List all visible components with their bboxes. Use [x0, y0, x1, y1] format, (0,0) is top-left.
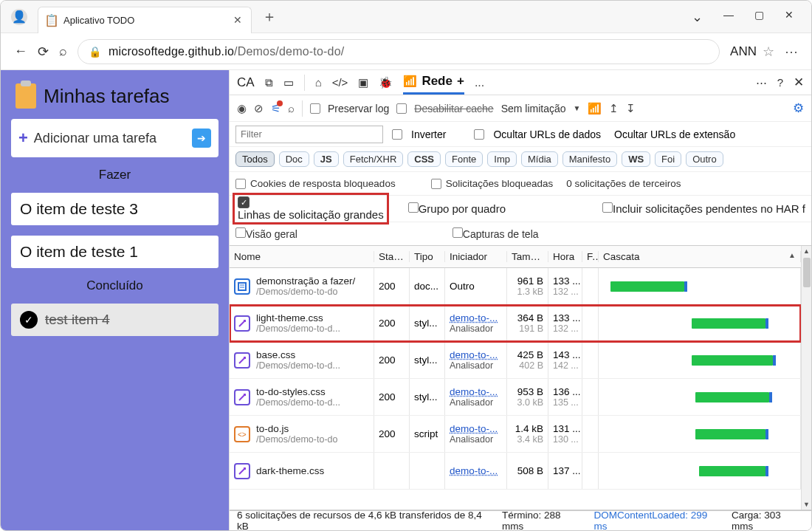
window-max-icon[interactable]: ▢ — [754, 9, 764, 25]
screenshots-checkbox[interactable] — [453, 227, 463, 238]
window-minimize-icon[interactable]: ⌄ — [692, 9, 703, 25]
table-row[interactable]: base.css/Demos/demo-to-d...200styl...dem… — [230, 342, 801, 379]
section-done: Concluído — [86, 278, 143, 293]
scroll-up-icon: ▲ — [803, 246, 810, 256]
tab-network[interactable]: 📶 Rede + — [403, 70, 464, 95]
console-icon[interactable]: ▣ — [358, 76, 368, 89]
addressbar: ← ⟳ ⌕ 🔒 microsoftedge.github.io/Demos/de… — [1, 33, 811, 70]
add-task-input[interactable]: + Adicionar uma tarefa ➔ — [11, 119, 219, 157]
back-button[interactable]: ← — [14, 44, 27, 59]
tab-favicon: 📋 — [46, 14, 58, 26]
tab-title: Aplicativo TODO — [63, 15, 227, 26]
profile-avatar[interactable]: 👤 — [11, 9, 27, 25]
devtools-close-icon[interactable]: ✕ — [794, 75, 804, 90]
lock-icon: 🔒 — [89, 46, 101, 58]
overview-checkbox[interactable] — [235, 227, 246, 238]
blocked-requests-checkbox[interactable] — [431, 179, 441, 189]
chip-media[interactable]: Mídia — [521, 151, 558, 167]
chip-other[interactable]: Outro — [686, 151, 723, 167]
sources-icon[interactable]: 🐞 — [379, 76, 393, 89]
table-row[interactable]: dark-theme.cssdemo-to-...508 B137 ... — [230, 453, 801, 490]
devtools-more-icon[interactable]: ⋯ — [756, 76, 767, 89]
settings-gear-icon[interactable]: ⚙ — [793, 100, 804, 116]
table-row[interactable]: <>to-do.js/Demos/demo-to-do200scriptdemo… — [230, 416, 801, 453]
chip-ws[interactable]: WS — [622, 151, 650, 167]
script-icon: <> — [234, 426, 250, 442]
favorite-icon[interactable]: ☆ — [763, 44, 774, 60]
chip-img[interactable]: Imp — [487, 151, 517, 167]
url-field[interactable]: 🔒 microsoftedge.github.io/Demos/demo-to-… — [78, 39, 720, 64]
inspect-icon[interactable]: ⧉ — [265, 76, 273, 89]
table-row[interactable]: demonstração a fazer//Demos/demo-to-do20… — [230, 268, 801, 305]
record-button[interactable]: ◉ — [237, 102, 247, 115]
document-icon — [234, 278, 250, 295]
task-item[interactable]: O item de teste 3 — [11, 193, 219, 225]
hide-data-urls-checkbox[interactable] — [474, 129, 484, 140]
add-task-label: Adicionar uma tarefa — [34, 131, 156, 146]
tab-close-icon[interactable]: ✕ — [233, 14, 242, 26]
tab-more[interactable]: ... — [475, 76, 484, 89]
elements-icon[interactable]: </> — [332, 76, 348, 89]
task-item[interactable]: O item de teste 1 — [11, 236, 219, 268]
chip-all[interactable]: Todos — [235, 151, 275, 167]
filter-row: Inverter Ocultar URLs de dados Ocultar U… — [230, 122, 811, 147]
stylesheet-icon — [234, 389, 250, 405]
options-row-3: Visão geral Capturas de tela — [230, 222, 811, 246]
blocked-cookies-checkbox[interactable] — [235, 179, 246, 189]
window-min-icon[interactable]: — — [723, 9, 734, 25]
disable-cache-checkbox[interactable] — [396, 103, 407, 114]
stylesheet-icon — [234, 463, 250, 479]
titlebar: 👤 📋 Aplicativo TODO ✕ ＋ ⌄ — ▢ ✕ — [1, 1, 811, 33]
chip-font[interactable]: Fonte — [445, 151, 483, 167]
submit-task-button[interactable]: ➔ — [192, 129, 211, 148]
svg-text:<>: <> — [238, 431, 247, 439]
options-row-2: ✓ Linhas de solicitação grandes Grupo po… — [230, 196, 811, 222]
check-icon: ✓ — [20, 311, 38, 329]
browser-menu-icon[interactable]: ⋯ — [785, 44, 798, 60]
filter-toggle-button[interactable]: ⚟ — [271, 102, 281, 115]
browser-tab[interactable]: 📋 Aplicativo TODO ✕ — [38, 7, 252, 33]
app-title: Minhas tarefas — [44, 85, 170, 108]
import-icon[interactable]: ↥ — [609, 102, 619, 115]
svg-rect-0 — [238, 283, 246, 290]
wifi-icon: 📶 — [403, 75, 417, 88]
section-todo: Fazer — [99, 168, 131, 182]
network-table: Nome Status Tipo Iniciador Tamanho Hora … — [230, 246, 811, 510]
export-icon[interactable]: ↧ — [626, 102, 636, 115]
stylesheet-icon — [234, 315, 250, 332]
task-item-done[interactable]: ✓ test item 4 — [11, 304, 219, 336]
profile-label[interactable]: ANN — [730, 44, 757, 59]
chip-js[interactable]: JS — [314, 151, 339, 167]
chip-fetch[interactable]: Fetch/XHR — [343, 151, 404, 167]
chip-css[interactable]: CSS — [407, 151, 441, 167]
filter-input[interactable] — [235, 126, 383, 143]
chevron-down-icon[interactable]: ▼ — [574, 104, 581, 112]
stylesheet-icon — [234, 352, 250, 369]
devtools-tabs: CA ⧉ ▭ ⌂ </> ▣ 🐞 📶 Rede + ... ⋯ ? ✕ — [230, 70, 811, 95]
table-row[interactable]: light-theme.css/Demos/demo-to-d...200sty… — [230, 305, 801, 342]
clear-button[interactable]: ⊘ — [254, 102, 264, 115]
devtools-ca-label[interactable]: CA — [237, 75, 255, 90]
search-icon[interactable]: ⌕ — [59, 44, 67, 59]
include-pending-checkbox[interactable] — [602, 202, 613, 213]
large-rows-checkbox[interactable]: ✓ — [238, 196, 250, 208]
invert-checkbox[interactable] — [392, 129, 402, 140]
network-conditions-icon[interactable]: 📶 — [588, 102, 602, 115]
network-toolbar: ◉ ⊘ ⚟ ⌕ Preservar log Desabilitar cache … — [230, 95, 811, 122]
reload-button[interactable]: ⟳ — [38, 44, 49, 60]
scrollbar[interactable]: ▲ ▼ — [801, 246, 811, 510]
new-tab-button[interactable]: ＋ — [252, 7, 287, 27]
search-button[interactable]: ⌕ — [288, 102, 295, 114]
group-frame-checkbox[interactable] — [408, 202, 419, 213]
chip-wasm[interactable]: Foi — [655, 151, 681, 167]
table-header: Nome Status Tipo Iniciador Tamanho Hora … — [230, 246, 801, 268]
app-pane: Minhas tarefas + Adicionar uma tarefa ➔ … — [1, 70, 229, 530]
home-icon[interactable]: ⌂ — [315, 76, 322, 89]
window-close-icon[interactable]: ✕ — [785, 9, 794, 25]
help-icon[interactable]: ? — [777, 76, 783, 89]
device-icon[interactable]: ▭ — [283, 76, 294, 89]
chip-doc[interactable]: Doc — [279, 151, 309, 167]
preserve-log-checkbox[interactable] — [310, 103, 320, 114]
table-row[interactable]: to-do-styles.css/Demos/demo-to-d...200st… — [230, 379, 801, 416]
chip-manifest[interactable]: Manifesto — [562, 151, 617, 167]
